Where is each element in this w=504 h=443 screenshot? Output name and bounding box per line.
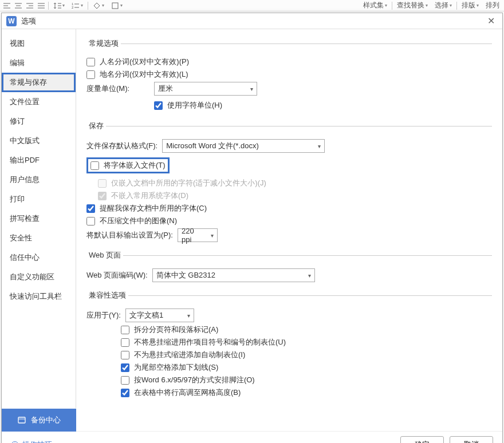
- compat-legend: 兼容性选项: [86, 290, 128, 300]
- dialog-title: 选项: [21, 16, 484, 26]
- sidebar-item-view[interactable]: 视图: [2, 34, 76, 53]
- web-group: Web 页面 Web 页面编码(W): 简体中文 GB2312: [86, 250, 492, 284]
- select-dropdown[interactable]: 选择▾: [432, 1, 454, 10]
- cancel-button[interactable]: 取消: [450, 436, 493, 443]
- split-page-checkbox[interactable]: [121, 326, 129, 334]
- backup-icon: [17, 416, 26, 425]
- name-seg-checkbox[interactable]: [86, 58, 95, 66]
- backup-label: 备份中心: [31, 415, 61, 425]
- ok-button[interactable]: 确定: [400, 436, 444, 443]
- name-seg-label: 人名分词(仅对中文有效)(P): [100, 57, 189, 67]
- no-compress-img-label: 不压缩文件中的图像(N): [100, 216, 177, 226]
- apply-select[interactable]: 文字文稿1: [125, 308, 194, 322]
- sidebar-item-general-save[interactable]: 常规与保存: [2, 73, 76, 92]
- not-embed-sys-label: 不嵌入常用系统字体(D): [111, 191, 188, 201]
- label: 样式集: [363, 1, 384, 10]
- save-legend: 保存: [86, 121, 106, 131]
- separator: [48, 2, 49, 10]
- place-seg-checkbox[interactable]: [86, 70, 95, 79]
- unit-select[interactable]: 厘米: [154, 82, 257, 96]
- svg-rect-16: [112, 3, 118, 9]
- layout-dropdown[interactable]: 排版▾: [459, 1, 481, 10]
- web-enc-select[interactable]: 简体中文 GB2312: [152, 268, 315, 282]
- footer-bar: 备份中心: [2, 408, 502, 431]
- word6-footnote-checkbox[interactable]: [121, 376, 129, 385]
- place-seg-label: 地名分词(仅对中文有效)(L): [100, 69, 188, 80]
- sidebar-item-output-pdf[interactable]: 输出PDF: [2, 151, 76, 170]
- embed-fonts-highlight: 将字体嵌入文件(T): [86, 157, 170, 173]
- sidebar-item-user-info[interactable]: 用户信息: [2, 170, 76, 189]
- options-content: 常规选项 人名分词(仅对中文有效)(P) 地名分词(仅对中文有效)(L) 度量单…: [76, 29, 502, 408]
- default-fmt-select[interactable]: Microsoft Word 文件(*.docx): [162, 139, 325, 153]
- not-embed-sys-checkbox: [98, 192, 107, 200]
- row-height-grid-checkbox[interactable]: [121, 389, 129, 397]
- shading-dropdown[interactable]: ▾: [90, 2, 107, 10]
- label: 选择: [435, 1, 448, 10]
- styleset-dropdown[interactable]: 样式集▾: [361, 1, 389, 10]
- line-spacing-dropdown[interactable]: ▾: [51, 2, 67, 10]
- backup-center-button[interactable]: 备份中心: [2, 409, 76, 432]
- web-legend: Web 页面: [86, 250, 123, 260]
- sidebar-item-customize-ribbon[interactable]: 自定义功能区: [2, 267, 76, 287]
- remind-fonts-label: 提醒我保存文档中所用的字体(C): [100, 203, 207, 213]
- row-height-grid-label: 在表格中将行高调至网格高度(B): [134, 387, 241, 398]
- sidebar-item-chinese-layout[interactable]: 中文版式: [2, 131, 76, 151]
- no-hang-indent-tab-checkbox[interactable]: [121, 338, 129, 347]
- no-hang-indent-tab-label: 不将悬挂缩进用作项目符号和编号的制表位(U): [134, 337, 286, 347]
- no-auto-tab-label: 不为悬挂式缩进添加自动制表位(I): [134, 350, 245, 360]
- align-right-icon[interactable]: [25, 1, 34, 10]
- word6-footnote-label: 按Word 6.x/95/97的方式安排脚注(O): [134, 375, 255, 385]
- unit-label: 度量单位(M):: [86, 84, 149, 94]
- options-sidebar: 视图 编辑 常规与保存 文件位置 修订 中文版式 输出PDF 用户信息 打印 拼…: [2, 29, 76, 408]
- default-output-select[interactable]: 220 ppi: [178, 228, 218, 242]
- separator: [392, 2, 392, 10]
- align-center-icon[interactable]: [14, 1, 23, 10]
- no-auto-tab-checkbox[interactable]: [121, 351, 129, 359]
- trail-underline-checkbox[interactable]: [121, 363, 129, 372]
- sidebar-item-trust-center[interactable]: 信任中心: [2, 248, 76, 267]
- info-icon: [11, 441, 19, 443]
- tips-label: 操作技巧: [22, 440, 52, 443]
- save-group: 保存 文件保存默认格式(F): Microsoft Word 文件(*.docx…: [86, 121, 492, 244]
- sidebar-item-file-location[interactable]: 文件位置: [2, 92, 76, 112]
- svg-rect-17: [18, 417, 25, 423]
- sidebar-item-quick-access[interactable]: 快速访问工具栏: [2, 287, 76, 306]
- only-used-chars-checkbox: [98, 179, 107, 188]
- sidebar-item-security[interactable]: 安全性: [2, 228, 76, 248]
- border-dropdown[interactable]: ▾: [109, 2, 125, 10]
- sidebar-item-spellcheck[interactable]: 拼写检查: [2, 209, 76, 228]
- app-icon: W: [6, 16, 17, 26]
- main-toolbar: ▾ 12▾ ▾ ▾ 样式集▾ 查找替换▾ 选择▾ 排版▾ 排列: [0, 0, 504, 11]
- embed-fonts-label: 将字体嵌入文件(T): [104, 160, 166, 171]
- general-legend: 常规选项: [86, 38, 121, 49]
- use-char-unit-checkbox[interactable]: [154, 101, 163, 110]
- sidebar-item-revision[interactable]: 修订: [2, 112, 76, 131]
- arrange-dropdown[interactable]: 排列: [483, 1, 502, 10]
- numbered-list-dropdown[interactable]: 12▾: [69, 2, 85, 10]
- dialog-bottom: 操作技巧 确定 取消: [2, 431, 502, 443]
- default-fmt-label: 文件保存默认格式(F):: [86, 141, 158, 151]
- use-char-unit-label: 使用字符单位(H): [167, 100, 222, 110]
- sidebar-item-edit[interactable]: 编辑: [2, 53, 76, 73]
- options-dialog: W 选项 ✕ 视图 编辑 常规与保存 文件位置 修订 中文版式 输出PDF 用户…: [1, 13, 503, 443]
- sidebar-item-print[interactable]: 打印: [2, 189, 76, 209]
- align-justify-icon[interactable]: [37, 1, 46, 10]
- apply-label: 应用于(Y):: [86, 310, 121, 321]
- default-output-label: 将默认目标输出设置为(P):: [86, 230, 173, 240]
- trail-underline-label: 为尾部空格添加下划线(S): [134, 362, 218, 373]
- compat-group: 兼容性选项 应用于(Y): 文字文稿1 拆分分页符和段落标记(A) 不将悬挂缩进…: [86, 290, 492, 400]
- split-page-label: 拆分分页符和段落标记(A): [134, 325, 218, 335]
- remind-fonts-checkbox[interactable]: [86, 204, 95, 213]
- find-replace-dropdown[interactable]: 查找替换▾: [395, 1, 430, 10]
- separator: [88, 2, 88, 10]
- general-options-group: 常规选项 人名分词(仅对中文有效)(P) 地名分词(仅对中文有效)(L) 度量单…: [86, 38, 492, 115]
- separator: [456, 2, 457, 10]
- label: 查找替换: [397, 1, 424, 10]
- no-compress-img-checkbox[interactable]: [86, 217, 95, 226]
- web-enc-label: Web 页面编码(W):: [86, 270, 148, 280]
- align-left-icon[interactable]: [2, 1, 11, 10]
- only-used-chars-label: 仅嵌入文档中所用的字符(适于减小文件大小)(J): [111, 178, 266, 188]
- tips-link[interactable]: 操作技巧: [11, 440, 52, 443]
- close-button[interactable]: ✕: [484, 14, 498, 28]
- embed-fonts-checkbox[interactable]: [90, 161, 99, 170]
